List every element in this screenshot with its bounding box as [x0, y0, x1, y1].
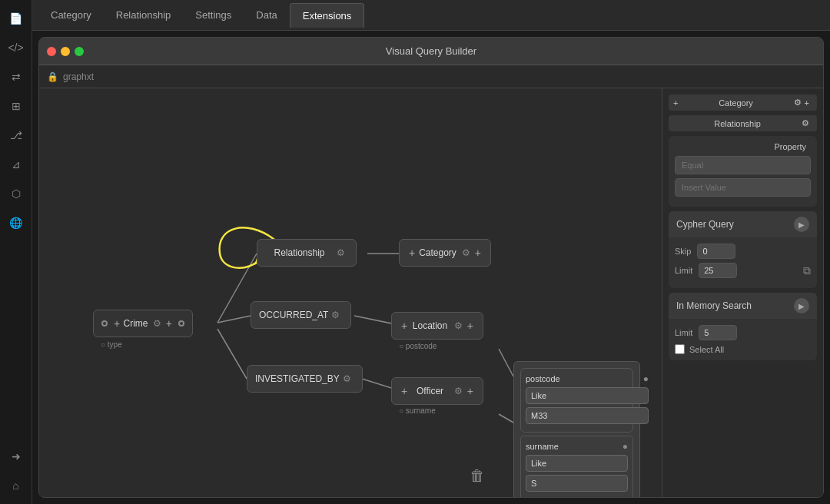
- crime-gear-icon[interactable]: ⚙: [153, 318, 161, 329]
- sidebar-icon-hierarchy[interactable]: ⎇: [4, 123, 28, 148]
- sidebar: 📄 </> ⇄ ⊞ ⎇ ⊿ ⬡ 🌐 ➜ ⌂: [0, 0, 32, 504]
- maximize-button[interactable]: [75, 47, 84, 56]
- browser-titlebar: Visual Query Builder: [39, 38, 823, 65]
- memory-title: In Memory Search: [676, 300, 752, 311]
- surname-close-btn[interactable]: ●: [622, 441, 628, 452]
- cypher-limit-label: Limit: [675, 266, 692, 275]
- memory-limit-input[interactable]: [699, 325, 737, 340]
- memory-title-bar: In Memory Search ▶: [669, 293, 817, 319]
- postcode-filter-value[interactable]: [526, 407, 649, 424]
- location-plus-left[interactable]: +: [401, 320, 407, 332]
- surname-filter-value[interactable]: [526, 475, 628, 492]
- location-plus-right[interactable]: +: [467, 320, 473, 332]
- cypher-limit-input[interactable]: [699, 263, 737, 278]
- select-all-checkbox[interactable]: [675, 344, 685, 354]
- panel-category-plus[interactable]: +: [673, 98, 678, 108]
- tab-relationship[interactable]: Relationship: [104, 3, 184, 27]
- crime-plus-right[interactable]: +: [166, 317, 172, 330]
- cypher-content: Skip Limit ⧉: [669, 237, 817, 288]
- copy-icon[interactable]: ⧉: [803, 264, 811, 277]
- tab-data[interactable]: Data: [244, 3, 289, 27]
- officer-label: Officer: [409, 386, 451, 396]
- category-plus-right[interactable]: +: [475, 247, 481, 259]
- memory-content: Limit Select All: [669, 319, 817, 360]
- location-postcode-label: ○ postcode: [399, 342, 437, 350]
- minimize-button[interactable]: [61, 47, 70, 56]
- sidebar-icon-star[interactable]: ⬡: [4, 181, 28, 206]
- trash-button[interactable]: 🗑: [470, 467, 485, 485]
- location-gear[interactable]: ⚙: [454, 320, 463, 331]
- sidebar-icon-filter[interactable]: ⊿: [4, 152, 28, 177]
- cypher-skip-row: Skip: [675, 244, 811, 259]
- postcode-filter-type[interactable]: Like Equal Contains: [526, 387, 649, 404]
- tab-extensions[interactable]: Extensions: [290, 3, 365, 28]
- officer-plus-left[interactable]: +: [401, 385, 407, 397]
- crime-plus-btn[interactable]: +: [114, 317, 120, 330]
- surname-filter-type[interactable]: Like Equal Contains: [526, 455, 628, 472]
- crime-node-dot-left: [101, 320, 108, 327]
- cypher-limit-row: Limit ⧉: [675, 263, 811, 278]
- occurred-at-node[interactable]: OCCURRED_AT ⚙: [251, 301, 351, 329]
- officer-gear[interactable]: ⚙: [454, 386, 463, 396]
- traffic-lights: [47, 47, 84, 56]
- relationship-node-label: Relationship: [265, 247, 334, 258]
- location-node[interactable]: + Location ⚙ +: [391, 312, 483, 340]
- postcode-popup-title: postcode: [526, 374, 560, 383]
- category-plus-left[interactable]: +: [409, 247, 415, 259]
- sidebar-icon-home[interactable]: ⌂: [4, 473, 28, 498]
- cypher-section: Cypher Query ▶ Skip Limit ⧉: [669, 211, 817, 288]
- sidebar-icon-globe[interactable]: 🌐: [4, 211, 28, 235]
- panel-category-gear[interactable]: ⚙: [794, 98, 802, 108]
- sidebar-icon-code[interactable]: </>: [4, 35, 28, 60]
- sidebar-icon-transfer[interactable]: ⇄: [4, 65, 28, 89]
- svg-line-2: [217, 329, 247, 379]
- close-button[interactable]: [47, 47, 56, 56]
- svg-line-6: [499, 349, 513, 376]
- cypher-title: Cypher Query: [676, 219, 734, 230]
- canvas-area: + Crime ⚙ + ○ type Relationship ⚙ OCCURR…: [39, 88, 823, 497]
- occurred-at-gear[interactable]: ⚙: [331, 310, 340, 320]
- investigated-by-node[interactable]: INVESTIGATED_BY ⚙: [247, 365, 363, 393]
- address-bar: 🔒 graphxt: [39, 65, 823, 88]
- svg-line-1: [217, 316, 251, 323]
- relationship-node-gear[interactable]: ⚙: [337, 247, 345, 258]
- browser-window: Visual Query Builder 🔒 graphxt: [38, 37, 824, 498]
- insert-value-input[interactable]: [675, 178, 811, 197]
- svg-line-7: [499, 414, 513, 423]
- relationship-node[interactable]: Relationship ⚙: [257, 239, 357, 267]
- memory-play-btn[interactable]: ▶: [794, 298, 809, 313]
- officer-node[interactable]: + Officer ⚙ +: [391, 377, 483, 405]
- property-label: Property: [675, 142, 806, 151]
- category-node[interactable]: + Category ⚙ +: [399, 239, 491, 267]
- panel-relationship-gear[interactable]: ⚙: [802, 118, 809, 128]
- panel-category-plus-right[interactable]: +: [805, 98, 809, 108]
- equal-input[interactable]: [675, 156, 811, 174]
- tab-settings[interactable]: Settings: [183, 3, 244, 27]
- memory-limit-label: Limit: [675, 328, 692, 337]
- surname-popup-title: surname: [526, 442, 559, 451]
- investigated-by-label: INVESTIGATED_BY: [255, 373, 340, 384]
- officer-surname-label: ○ surname: [399, 406, 436, 415]
- filter-popup: postcode ● Like Equal Contains: [513, 361, 640, 497]
- tab-category[interactable]: Category: [38, 3, 104, 27]
- occurred-at-label: OCCURRED_AT: [259, 310, 328, 320]
- crime-node[interactable]: + Crime ⚙ +: [93, 310, 193, 337]
- lock-icon: 🔒: [47, 71, 58, 82]
- sidebar-icon-grid[interactable]: ⊞: [4, 94, 28, 118]
- panel-relationship-label: Relationship: [676, 119, 798, 128]
- postcode-close-btn[interactable]: ●: [643, 373, 649, 384]
- address-text[interactable]: graphxt: [63, 71, 94, 82]
- category-gear[interactable]: ⚙: [462, 247, 470, 258]
- sidebar-icon-arrow[interactable]: ➜: [4, 444, 28, 469]
- right-panel: + Category ⚙ + Relationship ⚙ Property: [662, 88, 823, 497]
- crime-node-dot-right: [178, 320, 184, 327]
- panel-relationship-row: Relationship ⚙: [669, 115, 817, 131]
- sidebar-icon-file[interactable]: 📄: [4, 6, 28, 31]
- cypher-skip-input[interactable]: [697, 244, 735, 259]
- cypher-play-btn[interactable]: ▶: [794, 217, 809, 232]
- investigated-by-gear[interactable]: ⚙: [343, 373, 351, 384]
- memory-section: In Memory Search ▶ Limit Select All: [669, 293, 817, 360]
- officer-plus-right[interactable]: +: [467, 385, 473, 397]
- main-content: Category Relationship Settings Data Exte…: [32, 0, 830, 504]
- cypher-title-bar: Cypher Query ▶: [669, 211, 817, 237]
